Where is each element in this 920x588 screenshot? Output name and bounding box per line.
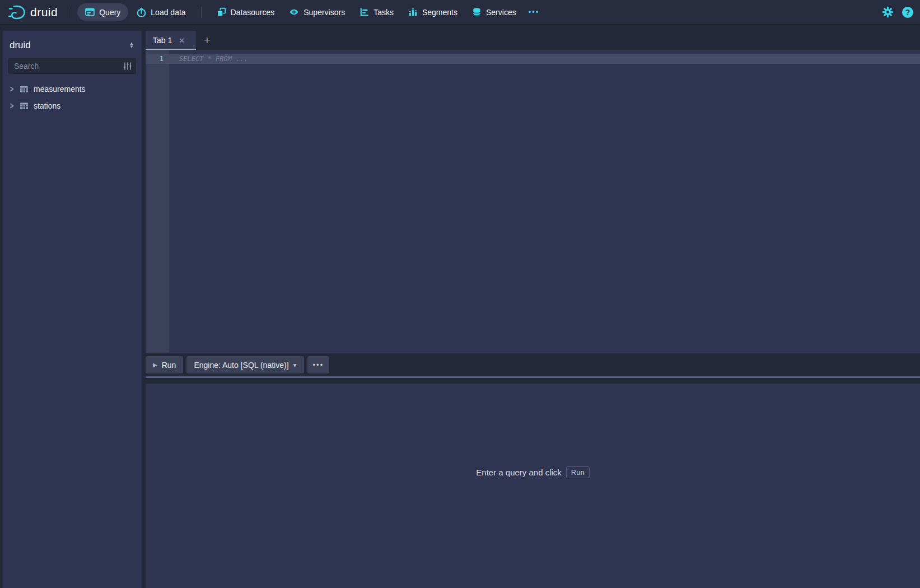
tree-item-label: measurements — [34, 85, 86, 94]
engine-select-button[interactable]: Engine: Auto [SQL (native)] ▾ — [186, 356, 303, 374]
sort-button[interactable]: ▲ ▼ — [128, 41, 135, 50]
plus-icon: + — [204, 34, 211, 47]
upload-icon — [137, 7, 146, 17]
nav-item-datasources[interactable]: Datasources — [211, 3, 281, 21]
druid-logo[interactable]: druid — [6, 4, 60, 20]
datasource-tree: measurements stations — [3, 81, 142, 114]
more-icon: ••• — [529, 8, 540, 16]
nav-item-label: Services — [486, 8, 516, 17]
run-button-label: Run — [162, 361, 176, 370]
top-navbar: druid Query Load data — [0, 0, 920, 24]
empty-results-message: Enter a query and click Run — [476, 466, 589, 478]
nav-item-supervisors[interactable]: Supervisors — [283, 3, 351, 21]
empty-results-text: Enter a query and click — [476, 468, 562, 477]
active-line-highlight — [146, 54, 920, 64]
run-toolbar: ▶ Run Engine: Auto [SQL (native)] ▾ ••• — [146, 356, 329, 374]
nav-item-services[interactable]: Services — [466, 3, 522, 21]
nav-item-label: Tasks — [373, 8, 394, 17]
editor-gutter — [146, 50, 169, 353]
nav-item-load-data[interactable]: Load data — [130, 3, 192, 21]
table-icon — [20, 101, 29, 110]
tab-query-1[interactable]: Tab 1 ✕ — [146, 31, 196, 50]
gear-icon — [882, 6, 894, 18]
table-icon — [20, 85, 29, 94]
help-button[interactable]: ? — [902, 7, 913, 18]
run-key-hint: Run — [566, 466, 590, 478]
results-panel: Enter a query and click Run — [146, 384, 920, 588]
chevron-right-icon[interactable] — [9, 103, 15, 109]
editor-placeholder: SELECT * FROM ... — [179, 54, 248, 64]
tab-label: Tab 1 — [153, 36, 172, 45]
tree-item-stations[interactable]: stations — [3, 97, 142, 114]
add-tab-button[interactable]: + — [198, 31, 217, 50]
nav-item-label: Datasources — [231, 8, 275, 17]
sort-desc-icon: ▼ — [129, 45, 134, 49]
navbar-divider — [201, 7, 202, 18]
query-workbench: Tab 1 ✕ + 1 SELECT * FROM ... ▶ Run Engi… — [146, 24, 920, 588]
filter-icon[interactable] — [123, 62, 132, 71]
tree-item-label: stations — [34, 101, 60, 110]
nav-item-label: Segments — [422, 8, 457, 17]
close-tab-icon[interactable]: ✕ — [178, 35, 186, 46]
settings-button[interactable] — [882, 6, 894, 18]
gantt-chart-icon — [359, 7, 369, 17]
stacked-chart-icon — [408, 7, 418, 17]
nav-item-tasks[interactable]: Tasks — [353, 3, 400, 21]
chevron-right-icon[interactable] — [9, 86, 15, 92]
nav-item-label: Load data — [151, 8, 185, 17]
eye-icon — [289, 7, 299, 17]
panel-resize-handle[interactable] — [146, 376, 920, 378]
application-icon — [85, 7, 95, 17]
brand-wordmark: druid — [30, 6, 58, 19]
run-button[interactable]: ▶ Run — [146, 356, 183, 374]
engine-label: Engine: Auto [SQL (native)] — [194, 361, 288, 370]
druid-logo-icon — [8, 4, 26, 20]
database-icon — [472, 7, 482, 17]
nav-more-button[interactable]: ••• — [524, 4, 545, 20]
nav-item-label: Supervisors — [303, 8, 345, 17]
query-more-button[interactable]: ••• — [307, 356, 330, 374]
sidebar-title: druid — [10, 40, 31, 51]
query-tab-bar: Tab 1 ✕ + — [146, 31, 920, 50]
navbar-divider — [68, 7, 68, 18]
nav-item-query[interactable]: Query — [77, 3, 128, 21]
line-number: 1 — [146, 54, 169, 64]
play-icon: ▶ — [153, 362, 157, 368]
duplicate-icon — [217, 7, 226, 17]
more-icon: ••• — [313, 361, 324, 369]
nav-item-segments[interactable]: Segments — [402, 3, 464, 21]
schema-sidebar: druid ▲ ▼ — [3, 31, 142, 588]
help-icon: ? — [905, 8, 910, 17]
nav-item-label: Query — [99, 8, 120, 17]
sql-editor[interactable]: 1 SELECT * FROM ... — [146, 50, 920, 353]
caret-down-icon: ▾ — [293, 361, 297, 369]
search-input[interactable] — [8, 58, 136, 74]
tree-item-measurements[interactable]: measurements — [3, 81, 142, 97]
